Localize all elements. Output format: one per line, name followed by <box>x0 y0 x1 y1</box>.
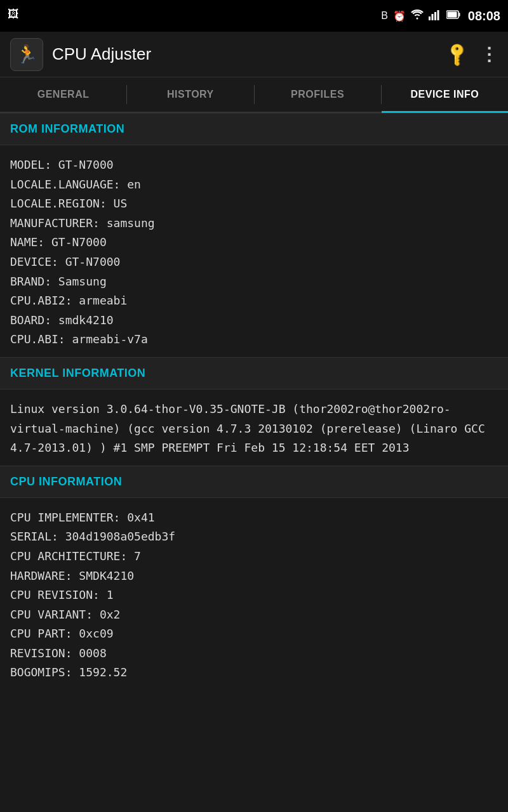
svg-rect-0 <box>429 16 431 20</box>
tab-history[interactable]: HISTORY <box>127 77 253 112</box>
svg-rect-1 <box>431 14 433 20</box>
kernel-information-block: Linux version 3.0.64-thor-V0.35-GNOTE-JB… <box>0 390 508 466</box>
cpu-information-header: CPU INFORMATION <box>0 466 508 498</box>
alarm-icon: ⏰ <box>393 10 406 22</box>
svg-rect-5 <box>458 13 460 16</box>
cpu-hardware: HARDWARE: SMDK4210 <box>10 566 498 586</box>
status-time: 08:08 <box>468 9 500 23</box>
rom-information-block: MODEL: GT-N7000 LOCALE.LANGUAGE: en LOCA… <box>0 145 508 357</box>
wifi-icon <box>411 10 424 22</box>
svg-rect-6 <box>447 12 457 18</box>
app-icon: 🏃 <box>10 38 43 71</box>
cpu-part: CPU PART: 0xc09 <box>10 624 498 644</box>
signal-icon <box>429 9 441 23</box>
search-key-icon[interactable]: 🔑 <box>443 40 472 69</box>
battery-icon <box>446 10 460 22</box>
cpu-variant: CPU VARIANT: 0x2 <box>10 605 498 625</box>
svg-rect-2 <box>434 12 436 20</box>
rom-name: NAME: GT-N7000 <box>10 233 498 252</box>
status-bar: 🖼 B ⏰ 08:08 <box>0 0 508 32</box>
rom-cpu-abi: CPU.ABI: armeabi-v7a <box>10 330 498 350</box>
cpu-revision: CPU REVISION: 1 <box>10 586 498 605</box>
svg-rect-3 <box>437 10 439 20</box>
cpu-implementer: CPU IMPLEMENTER: 0x41 <box>10 508 498 528</box>
cpu-architecture: CPU ARCHITECTURE: 7 <box>10 547 498 566</box>
tab-bar: GENERAL HISTORY PROFILES DEVICE INFO <box>0 77 508 113</box>
rom-locale-region: LOCALE.REGION: US <box>10 194 498 214</box>
cpu-bogomips: BOGOMIPS: 1592.52 <box>10 663 498 683</box>
rom-device: DEVICE: GT-N7000 <box>10 252 498 272</box>
rom-brand: BRAND: Samsung <box>10 272 498 292</box>
rom-manufacturer: MANUFACTURER: samsung <box>10 214 498 233</box>
overflow-menu-icon[interactable]: ⋮ <box>480 44 498 65</box>
cpu-information-block: CPU IMPLEMENTER: 0x41 SERIAL: 304d1908a0… <box>0 498 508 690</box>
tab-general[interactable]: GENERAL <box>0 77 126 112</box>
app-title: CPU Adjuster <box>52 44 434 64</box>
content-area: ROM INFORMATION MODEL: GT-N7000 LOCALE.L… <box>0 113 508 812</box>
rom-cpu-abi2: CPU.ABI2: armeabi <box>10 291 498 311</box>
app-bar: 🏃 CPU Adjuster 🔑 ⋮ <box>0 32 508 77</box>
rom-locale-lang: LOCALE.LANGUAGE: en <box>10 175 498 195</box>
tab-device-info[interactable]: DEVICE INFO <box>382 77 508 112</box>
rom-board: BOARD: smdk4210 <box>10 311 498 331</box>
rom-information-header: ROM INFORMATION <box>0 113 508 145</box>
tab-profiles[interactable]: PROFILES <box>255 77 381 112</box>
bluetooth-icon: B <box>381 10 388 22</box>
rom-model: MODEL: GT-N7000 <box>10 155 498 175</box>
cpu-serial: SERIAL: 304d1908a05edb3f <box>10 527 498 547</box>
cpu-revision2: REVISION: 0008 <box>10 644 498 664</box>
kernel-version: Linux version 3.0.64-thor-V0.35-GNOTE-JB… <box>10 400 498 458</box>
kernel-information-header: KERNEL INFORMATION <box>0 357 508 390</box>
notification-area: 🖼 <box>8 8 19 21</box>
